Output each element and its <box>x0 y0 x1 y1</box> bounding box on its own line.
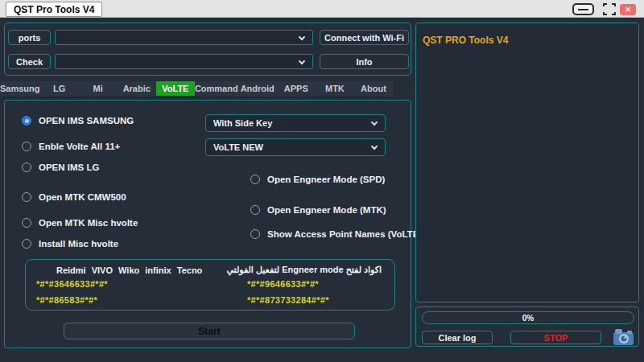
radio-open-ims-samsung[interactable]: OPEN IMS SAMSUNG <box>22 116 134 125</box>
chevron-down-icon <box>371 119 378 125</box>
connection-group: ports Connect with Wi-Fi Check Info <box>4 23 411 76</box>
check-button[interactable]: Check <box>8 54 51 69</box>
app-window: QST Pro Tools V4 ✕ ports Connect with Wi… <box>0 0 644 362</box>
radio-icon <box>22 218 31 228</box>
maximize-button[interactable] <box>602 3 617 15</box>
info-button-label: Info <box>356 57 372 67</box>
window-title: QST Pro Tools V4 <box>6 2 102 17</box>
ports-select[interactable] <box>55 30 313 45</box>
progress-group: 0% Clear log STOP <box>415 306 639 347</box>
log-header-text: QST PRO Tools V4 <box>423 35 508 46</box>
tab-lg[interactable]: LG <box>40 81 79 96</box>
chevron-down-icon <box>371 143 378 150</box>
radio-icon <box>250 205 260 215</box>
radio-open-mtk-cmw500[interactable]: Open MTK CMW500 <box>22 192 126 202</box>
dial-code: *#*#873733284#*#* <box>247 295 329 305</box>
tab-command[interactable]: Command <box>195 81 238 96</box>
volte-mode-select-value: VoLTE NEW <box>213 142 263 152</box>
radio-open-mtk-misc-hvolte[interactable]: Open MTK Misc hvolte <box>22 218 138 228</box>
radio-icon <box>22 142 31 151</box>
ports-button-label: ports <box>19 33 41 43</box>
clear-log-button[interactable]: Clear log <box>422 331 493 344</box>
tab-apps[interactable]: APPS <box>277 81 316 96</box>
brands-header: Reidmi VIVO Wiko infinix Tecno <box>56 265 202 275</box>
side-key-select[interactable]: With Side Key <box>205 114 386 132</box>
dial-codes-box: Reidmi VIVO Wiko infinix Tecno اكواد لفت… <box>25 259 395 311</box>
radio-install-misc-hvolte[interactable]: Install Misc hvolte <box>22 239 118 249</box>
title-bar: QST Pro Tools V4 ✕ <box>0 0 644 18</box>
volte-content-panel: OPEN IMS SAMSUNG Enble Volte All 11+ OPE… <box>4 100 411 348</box>
tab-arabic[interactable]: Arabic <box>118 81 156 96</box>
chevron-down-icon <box>299 33 305 39</box>
tab-about[interactable]: About <box>354 81 393 96</box>
tab-mi[interactable]: Mi <box>79 81 118 96</box>
start-button-label: Start <box>198 326 220 337</box>
tab-bar: Samsung LG Mi Arabic VoLTE Command Andro… <box>0 81 393 96</box>
radio-icon <box>250 175 260 184</box>
side-key-select-value: With Side Key <box>213 118 272 128</box>
window-title-text: QST Pro Tools V4 <box>14 4 94 15</box>
log-panel[interactable]: QST PRO Tools V4 <box>415 23 639 302</box>
tab-volte[interactable]: VoLTE <box>156 81 195 96</box>
chevron-down-icon <box>299 57 305 64</box>
radio-icon <box>22 192 31 202</box>
check-button-label: Check <box>16 57 43 67</box>
volte-mode-select[interactable]: VoLTE NEW <box>205 138 386 156</box>
minimize-icon <box>578 9 588 10</box>
start-button[interactable]: Start <box>64 323 355 339</box>
radio-engneer-mode-spd[interactable]: Open Engneer Mode (SPD) <box>250 175 385 184</box>
screenshot-camera-icon[interactable] <box>611 327 635 347</box>
connect-wifi-label: Connect with Wi-Fi <box>324 33 404 43</box>
ports-button[interactable]: ports <box>8 30 51 45</box>
clear-log-label: Clear log <box>438 333 476 343</box>
arabic-header: اكواد لفتح Engneer mode لتفعيل الفولتي <box>226 265 382 275</box>
connect-wifi-button[interactable]: Connect with Wi-Fi <box>320 30 409 45</box>
maximize-icon <box>603 3 616 15</box>
radio-enable-volte-all[interactable]: Enble Volte All 11+ <box>22 142 120 151</box>
radio-show-apn-volte[interactable]: Show Access Point Names (VoLTE) <box>250 229 422 239</box>
radio-engneer-mode-mtk[interactable]: Open Engneer Mode (MTK) <box>250 205 386 215</box>
check-select[interactable] <box>55 54 313 69</box>
dial-code: *#*#86583#*#* <box>36 295 97 305</box>
info-button[interactable]: Info <box>320 54 409 69</box>
radio-open-ims-lg[interactable]: OPEN IMS LG <box>22 162 99 172</box>
close-button[interactable]: ✕ <box>620 4 636 15</box>
minimize-button[interactable] <box>572 3 594 15</box>
dial-code: *#*#3646633#*#* <box>36 279 108 289</box>
stop-button[interactable]: STOP <box>510 331 601 344</box>
progress-bar: 0% <box>422 311 634 324</box>
tab-samsung[interactable]: Samsung <box>0 81 40 96</box>
radio-icon <box>22 116 31 125</box>
stop-button-label: STOP <box>544 333 568 343</box>
radio-icon <box>22 162 31 172</box>
progress-value: 0% <box>522 314 534 323</box>
radio-icon <box>22 239 31 249</box>
close-icon: ✕ <box>625 6 631 14</box>
dial-code: *#*#9646633#*#* <box>247 279 319 289</box>
tab-android[interactable]: Android <box>238 81 277 96</box>
tab-mtk[interactable]: MTK <box>316 81 354 96</box>
radio-icon <box>250 229 260 239</box>
